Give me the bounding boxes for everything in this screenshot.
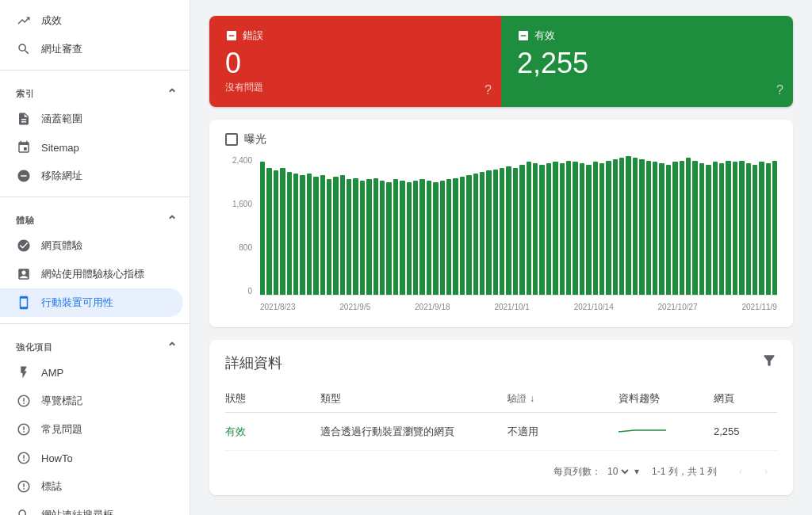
search-icon bbox=[16, 41, 32, 57]
chart-bar bbox=[353, 178, 358, 296]
chart-bar bbox=[373, 178, 378, 296]
sidebar-item-coverage[interactable]: 涵蓋範圍 bbox=[0, 105, 183, 133]
next-page-button[interactable]: › bbox=[755, 460, 777, 483]
chart-bar bbox=[413, 181, 418, 296]
chart-bar bbox=[619, 158, 624, 296]
chart-bar bbox=[639, 159, 644, 296]
chart-bar bbox=[386, 182, 391, 296]
chart-bar bbox=[692, 161, 697, 296]
sitemap-icon bbox=[16, 139, 32, 155]
y-label-2400: 2,400 bbox=[232, 156, 252, 165]
table-row: 有效 適合透過行動裝置瀏覽的網頁 不適用 2,255 bbox=[225, 413, 777, 451]
col-type: 類型 bbox=[320, 391, 508, 406]
sidebar-item-howto[interactable]: HowTo bbox=[0, 444, 183, 472]
chart-bar bbox=[546, 163, 551, 296]
sidebar-label-sitemap: Sitemap bbox=[41, 142, 79, 154]
sidebar-item-remove-url[interactable]: 移除網址 bbox=[0, 162, 183, 190]
chart-x-label: 2021/10/27 bbox=[658, 303, 698, 311]
sidebar-item-performance[interactable]: 成效 bbox=[0, 6, 183, 35]
chart-header: 曝光 bbox=[225, 132, 777, 147]
sidebar-item-core-vitals[interactable]: 網站使用體驗核心指標 bbox=[0, 260, 183, 288]
col-verify[interactable]: 驗證 ↓ bbox=[508, 391, 619, 406]
chart-bar bbox=[393, 179, 398, 296]
chart-bar bbox=[626, 156, 630, 296]
valid-label: 有效 bbox=[534, 29, 555, 43]
sidebar-item-page-experience[interactable]: 網頁體驗 bbox=[0, 231, 183, 260]
divider-3 bbox=[0, 323, 190, 324]
sidebar-label-mobile-usability: 行動裝置可用性 bbox=[41, 296, 113, 310]
main-content: 錯誤 0 沒有問題 ? 有效 2,255 ? 曝光 2,400 1,600 80… bbox=[190, 0, 812, 515]
valid-count: 2,255 bbox=[517, 49, 777, 78]
chart-bar bbox=[726, 161, 730, 296]
chart-x-label: 2021/10/1 bbox=[494, 303, 530, 311]
chart-bar bbox=[719, 163, 724, 296]
sitelinks-icon bbox=[16, 507, 32, 515]
chart-bar bbox=[493, 170, 498, 296]
faq-icon bbox=[16, 422, 32, 437]
chart-bar bbox=[506, 166, 511, 296]
chart-bar bbox=[646, 161, 651, 296]
sidebar-label-page-experience: 網頁體驗 bbox=[41, 238, 82, 253]
chart-bar bbox=[633, 158, 638, 296]
sidebar-item-breadcrumbs[interactable]: 導覽標記 bbox=[0, 387, 183, 415]
chart-container: 2,400 1,600 800 0 2021/8/232021/9/52021/… bbox=[225, 156, 777, 315]
sidebar-item-logo[interactable]: 標誌 bbox=[0, 472, 183, 501]
sort-down-icon: ↓ bbox=[530, 393, 534, 404]
chart-bar bbox=[519, 165, 524, 296]
chart-bar bbox=[513, 168, 518, 296]
error-card-header: 錯誤 bbox=[225, 29, 485, 43]
chart-checkbox[interactable] bbox=[225, 133, 238, 146]
chart-bar bbox=[340, 175, 345, 296]
chart-bar bbox=[466, 175, 471, 296]
chart-bar bbox=[360, 181, 365, 296]
sidebar-item-amp[interactable]: AMP bbox=[0, 358, 183, 387]
y-label-1600: 1,600 bbox=[232, 200, 252, 208]
prev-page-button[interactable]: ‹ bbox=[730, 460, 752, 483]
valid-help-icon[interactable]: ? bbox=[776, 83, 783, 97]
chart-bar bbox=[613, 159, 618, 296]
chart-bar bbox=[274, 170, 278, 296]
chart-bar bbox=[759, 162, 764, 296]
chart-bar bbox=[280, 168, 285, 296]
chart-bar bbox=[527, 162, 531, 296]
chart-bar bbox=[753, 165, 757, 296]
chart-bar bbox=[366, 179, 371, 296]
detail-section: 詳細資料 狀態 類型 驗證 ↓ 資料趨勢 網頁 有效 適合透過行動裝置瀏覽的網頁… bbox=[209, 340, 793, 495]
chart-bar bbox=[659, 163, 664, 296]
rows-select[interactable]: 10 25 50 ▾ bbox=[604, 465, 639, 478]
y-label-800: 800 bbox=[239, 243, 252, 252]
chart-bar bbox=[772, 161, 777, 296]
row-pages: 2,255 bbox=[714, 425, 777, 437]
filter-icon[interactable] bbox=[761, 353, 777, 372]
sidebar-item-sitemap[interactable]: Sitemap bbox=[0, 133, 183, 162]
sidebar-item-sitelinks[interactable]: 網站連結搜尋框 bbox=[0, 501, 183, 515]
breadcrumbs-icon bbox=[16, 393, 32, 409]
logo-icon bbox=[16, 479, 32, 494]
chart-baseline bbox=[260, 295, 777, 296]
pagination: 每頁列數： 10 25 50 ▾ 1-1 列，共 1 列 ‹ › bbox=[225, 460, 777, 483]
chart-bar bbox=[560, 163, 565, 296]
sidebar-item-mobile-usability[interactable]: 行動裝置可用性 bbox=[0, 288, 183, 317]
chart-bar bbox=[266, 168, 271, 296]
pagination-nav: ‹ › bbox=[730, 460, 777, 483]
row-verify: 不適用 bbox=[508, 425, 619, 439]
sidebar-label-howto: HowTo bbox=[41, 452, 73, 464]
chart-bar bbox=[300, 175, 304, 296]
chart-bar bbox=[566, 161, 571, 296]
chart-bar bbox=[680, 161, 684, 296]
chart-bar bbox=[400, 181, 404, 296]
chart-bar bbox=[419, 179, 424, 296]
mobile-icon bbox=[16, 295, 32, 311]
chart-bar bbox=[699, 163, 704, 296]
error-help-icon[interactable]: ? bbox=[485, 83, 492, 97]
sidebar: 成效 網址審查 索引 ⌃ 涵蓋範圍 Sitemap 移除網址 體驗 ⌃ bbox=[0, 0, 190, 515]
chart-bar bbox=[380, 181, 385, 296]
col-pages: 網頁 bbox=[714, 391, 777, 406]
chart-bar bbox=[407, 182, 412, 296]
sidebar-item-faq[interactable]: 常見問題 bbox=[0, 415, 183, 444]
row-type: 適合透過行動裝置瀏覽的網頁 bbox=[320, 425, 508, 439]
rows-per-page-select[interactable]: 10 25 50 bbox=[604, 465, 631, 478]
chart-x-axis: 2021/8/232021/9/52021/9/182021/10/12021/… bbox=[260, 299, 777, 315]
sidebar-item-url-inspector[interactable]: 網址審查 bbox=[0, 35, 183, 63]
sidebar-label-performance: 成效 bbox=[41, 13, 62, 28]
